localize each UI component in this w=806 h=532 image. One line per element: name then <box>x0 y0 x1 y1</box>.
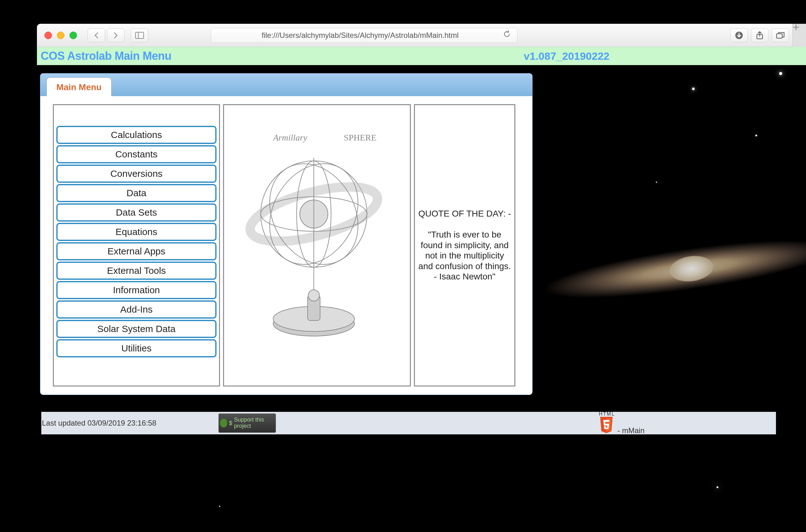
armillary-sphere-illustration: Armillary SPHERE <box>232 127 401 364</box>
navigation-buttons <box>88 28 124 42</box>
sidebar-toggle-button[interactable] <box>131 28 148 42</box>
menu-utilities-button[interactable]: Utilities <box>56 339 216 357</box>
tabs-icon <box>776 32 785 39</box>
tab-main-menu[interactable]: Main Menu <box>46 78 111 96</box>
support-project-button[interactable]: $ Support this project <box>218 413 276 433</box>
star-decoration <box>692 88 695 90</box>
menu-data-sets-button[interactable]: Data Sets <box>56 204 216 222</box>
minimize-window-button[interactable] <box>57 32 64 39</box>
illustration-column: Armillary SPHERE <box>223 104 411 386</box>
safari-window: file:///Users/alchymylab/Sites/Alchymy/A… <box>37 24 806 442</box>
menu-calculations-button[interactable]: Calculations <box>56 126 216 144</box>
menu-equations-button[interactable]: Equations <box>56 223 216 241</box>
menu-information-button[interactable]: Information <box>56 281 216 299</box>
page-header: COS Astrolab Main Menu v1.087_20190222 <box>37 47 806 65</box>
menu-data-button[interactable]: Data <box>56 184 216 202</box>
close-window-button[interactable] <box>44 32 52 39</box>
menu-add-ins-button[interactable]: Add-Ins <box>56 300 216 319</box>
version-label: v1.087_20190222 <box>524 50 610 62</box>
downloads-button[interactable] <box>730 28 748 42</box>
html5-badge: HTML - mMain <box>599 411 645 435</box>
card-body: Calculations Constants Conversions Data … <box>40 96 532 395</box>
quote-heading: QUOTE OF THE DAY: - <box>417 209 513 219</box>
menu-conversions-button[interactable]: Conversions <box>56 165 216 183</box>
page-title: COS Astrolab Main Menu <box>41 50 171 62</box>
page-content: COS Astrolab Main Menu v1.087_20190222 M… <box>37 47 806 442</box>
support-label: Support this project <box>234 417 274 429</box>
quote-column: QUOTE OF THE DAY: - "Truth is ever to be… <box>414 104 515 386</box>
forward-button[interactable] <box>107 28 124 42</box>
browser-titlebar: file:///Users/alchymylab/Sites/Alchymy/A… <box>37 24 806 47</box>
armillary-svg <box>232 127 401 364</box>
new-tab-button[interactable] <box>792 24 806 47</box>
last-updated-text: Last updated 03/09/2019 23:16:58 <box>42 419 156 428</box>
maximize-window-button[interactable] <box>70 32 77 39</box>
svg-rect-4 <box>776 34 782 38</box>
svg-rect-0 <box>135 32 143 38</box>
star-decoration <box>716 486 718 488</box>
tab-bar: Main Menu <box>40 74 532 96</box>
page-footer: Last updated 03/09/2019 23:16:58 $ Suppo… <box>41 412 776 434</box>
menu-external-apps-button[interactable]: External Apps <box>56 242 216 260</box>
plus-icon <box>792 24 800 31</box>
chevron-left-icon <box>93 32 99 39</box>
tabs-button[interactable] <box>772 28 789 42</box>
menu-external-tools-button[interactable]: External Tools <box>56 262 216 280</box>
share-icon <box>756 31 764 40</box>
reload-icon[interactable] <box>503 30 511 40</box>
address-bar[interactable]: file:///Users/alchymylab/Sites/Alchymy/A… <box>211 28 518 43</box>
share-button[interactable] <box>751 28 768 42</box>
illustration-label-right: SPHERE <box>344 133 377 143</box>
svg-point-16 <box>308 290 320 301</box>
menu-solar-system-data-button[interactable]: Solar System Data <box>56 320 216 338</box>
back-button[interactable] <box>88 28 105 42</box>
footer-page-name: - mMain <box>617 426 645 435</box>
main-card: Main Menu Calculations Constants Convers… <box>40 73 533 395</box>
url-text: file:///Users/alchymylab/Sites/Alchymy/A… <box>217 31 503 40</box>
sidebar-icon <box>135 32 144 39</box>
html5-label: HTML <box>599 411 615 417</box>
star-decoration <box>656 182 657 183</box>
galaxy-image <box>494 181 806 357</box>
star-decoration <box>219 506 220 507</box>
menu-column: Calculations Constants Conversions Data … <box>53 104 220 386</box>
illustration-label-left: Armillary <box>273 133 307 143</box>
menu-constants-button[interactable]: Constants <box>56 145 216 163</box>
chevron-right-icon <box>113 32 119 39</box>
window-controls <box>44 32 77 39</box>
html5-icon <box>599 417 614 434</box>
quote-text: "Truth is ever to be found in simplicity… <box>417 229 513 282</box>
gear-icon <box>220 419 227 428</box>
star-decoration <box>779 72 782 75</box>
toolbar-right <box>730 24 806 47</box>
star-decoration <box>755 135 757 136</box>
download-icon <box>735 31 744 40</box>
